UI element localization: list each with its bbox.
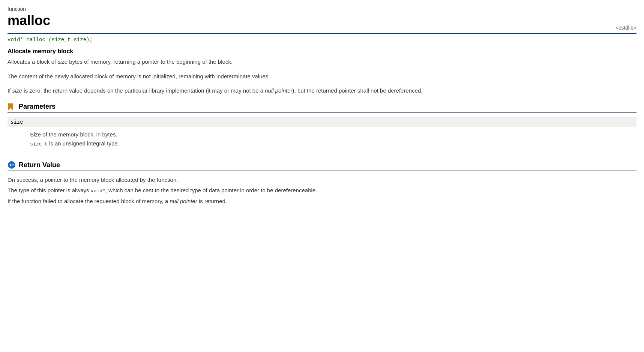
svg-text:↩: ↩ [9, 162, 14, 168]
parameters-heading-text: Parameters [19, 103, 56, 111]
function-signature: void* malloc (size_t size); [8, 37, 636, 43]
return-value-icon: ↩ [8, 161, 16, 169]
description-para1: Allocates a block of size bytes of memor… [8, 58, 636, 66]
return-line2: The type of this pointer is always void*… [8, 186, 636, 195]
description-heading: Allocate memory block [8, 48, 636, 55]
return-value-heading-text: Return Value [19, 161, 60, 169]
param-size-row: size [8, 117, 636, 127]
description-para2: The content of the newly allocated block… [8, 72, 636, 81]
description-para3: If size is zero, the return value depend… [8, 87, 636, 95]
parameters-section: Parameters size Size of the memory block… [8, 103, 636, 150]
function-label: function [8, 6, 636, 12]
parameters-icon [8, 103, 16, 111]
param-size-desc: Size of the memory block, in bytes. size… [8, 129, 636, 150]
return-line1: On success, a pointer to the memory bloc… [8, 175, 636, 184]
return-line3: If the function failed to allocate the r… [8, 197, 636, 206]
svg-marker-0 [8, 103, 13, 110]
cstdlib-reference: <cstdlib> [615, 25, 636, 31]
function-name: malloc [8, 13, 50, 28]
return-value-section: ↩ Return Value On success, a pointer to … [8, 161, 636, 206]
